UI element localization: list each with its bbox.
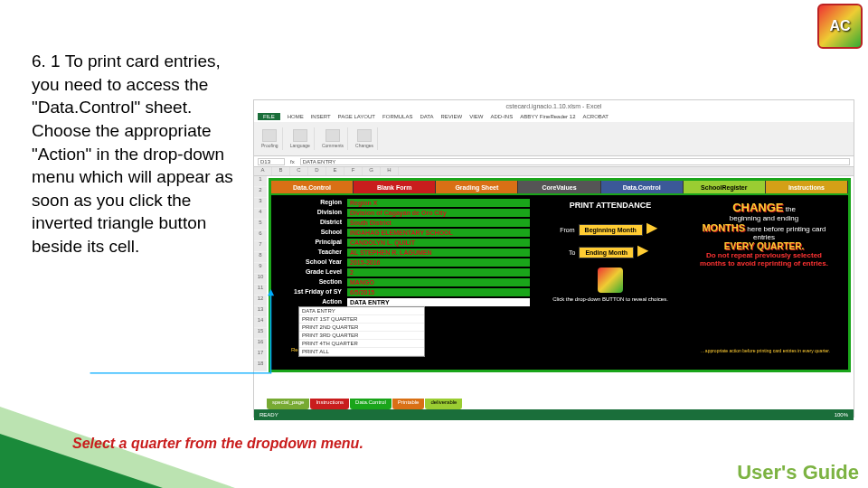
tab-insert[interactable]: INSERT (311, 114, 331, 119)
form-fields: RegionRegion X DivisionDivision of Cagay… (271, 195, 533, 356)
lbl-principal: Principal (275, 239, 347, 247)
workbook-sheet-tabs: special_page Instructions Data.Control P… (267, 399, 462, 409)
lbl-region: Region (275, 199, 347, 207)
sheet-tab-special[interactable]: special_page (267, 399, 309, 409)
sheet-tab-instructions[interactable]: Instructions (310, 399, 349, 409)
lbl-teacher: Teacher (275, 249, 347, 257)
lbl-school: School (275, 229, 347, 237)
callout-txt: the (786, 205, 796, 213)
lbl-to: To (569, 249, 575, 256)
callout-txt: beginning and ending (730, 214, 799, 222)
dd-opt-5[interactable]: PRINT ALL (299, 348, 424, 356)
lbl-division: Division (275, 209, 347, 217)
panel-tab-datacontrol2[interactable]: Data.Control (601, 181, 684, 193)
val-schoolyear[interactable]: 2015-2016 (347, 258, 530, 267)
panel-tab-instructions[interactable]: Instructions (766, 181, 848, 193)
tab-home[interactable]: HOME (288, 114, 304, 119)
quarter-note: …appropriate action before printing card… (701, 348, 830, 353)
name-box[interactable]: D13 (258, 158, 285, 165)
lbl-schoolyear: School Year (275, 258, 347, 267)
tab-pagelayout[interactable]: PAGE LAYOUT (338, 114, 375, 119)
dd-opt-0[interactable]: DATA ENTRY (299, 307, 424, 315)
tab-data[interactable]: DATA (420, 114, 433, 119)
tab-file[interactable]: FILE (258, 113, 280, 120)
end-month-button[interactable]: Ending Month (579, 247, 634, 258)
dd-opt-3[interactable]: PRINT 3RD QUARTER (299, 332, 424, 340)
lbl-district: District (275, 219, 347, 227)
excel-screenshot: cstecard.ignacio.1.10.xlsm - Excel FILE … (253, 99, 854, 418)
panel-tab-corevalues[interactable]: CoreValues (518, 181, 600, 193)
tab-review[interactable]: REVIEW (441, 114, 463, 119)
val-division[interactable]: Division of Cagayan de Oro City (347, 209, 530, 217)
arrow-icon: ▶ (646, 220, 657, 235)
ribbon-tabs: FILE HOME INSERT PAGE LAYOUT FORMULAS DA… (254, 111, 854, 122)
val-region[interactable]: Region X (347, 199, 530, 207)
formula-bar[interactable]: DATA ENTRY (300, 158, 850, 165)
val-grade[interactable]: 2 (347, 268, 530, 277)
app-logo: AC (817, 4, 863, 49)
tab-formulas[interactable]: FORMULAS (382, 114, 412, 119)
val-action[interactable]: DATA ENTRY (347, 298, 530, 306)
sheet-tab-printable[interactable]: Printable (392, 399, 425, 409)
action-dropdown-list[interactable]: DATA ENTRY PRINT 1ST QUARTER PRINT 2ND Q… (298, 306, 425, 357)
sheet-tab-deliverable[interactable]: deliverable (425, 399, 462, 409)
lbl-grade: Grade Level (275, 268, 347, 277)
print-attendance-box: PRINT ATTENDANCE FromBeginning Month▶ To… (533, 195, 687, 356)
callout-txt: here before printing card entries (747, 225, 826, 241)
panel-tab-blankform[interactable]: Blank Form (354, 181, 436, 193)
status-ready: READY (259, 412, 278, 418)
tab-addins[interactable]: ADD-INS (491, 114, 514, 119)
panel-tab-schoolreg[interactable]: SchoolRegister (684, 181, 766, 193)
panel-tabs: Data.Control Blank Form Grading Sheet Co… (271, 181, 848, 195)
callout-warning: Do not repeat previously selected months… (700, 251, 828, 267)
callout-change: CHANGE (732, 201, 783, 214)
formula-row: D13 fx DATA ENTRY (254, 156, 854, 167)
dd-opt-4[interactable]: PRINT 4TH QUARTER (299, 340, 424, 348)
excel-titlebar: cstecard.ignacio.1.10.xlsm - Excel (254, 100, 854, 111)
val-friday[interactable]: 6/5/2015 (347, 288, 530, 296)
panel-tab-grading[interactable]: Grading Sheet (436, 181, 518, 193)
tab-acrobat[interactable]: ACROBAT (582, 114, 609, 119)
callout-every: EVERY QUARTER. (724, 241, 804, 251)
data-control-panel: Data.Control Blank Form Grading Sheet Co… (269, 178, 851, 372)
begin-month-button[interactable]: Beginning Month (579, 224, 643, 236)
dd-opt-2[interactable]: PRINT 2ND QUARTER (299, 324, 424, 332)
change-callout: CHANGE the beginning and ending MONTHS h… (687, 195, 841, 356)
val-section[interactable]: MANGO (347, 278, 530, 286)
mini-logo (598, 267, 623, 293)
tab-abbyy[interactable]: ABBYY FineReader 12 (520, 114, 575, 119)
caption-text: Select a quarter from the dropdown menu. (72, 436, 363, 452)
instruction-text: 6. 1 To print card entries, you need to … (32, 50, 249, 258)
lbl-friday: 1st Friday of SY (275, 288, 347, 296)
column-headers: ABCDEFGH (254, 167, 854, 176)
row-numbers: 123456789101112131415161718 (254, 176, 267, 371)
arrow-icon: ▶ (637, 242, 648, 258)
tab-view[interactable]: VIEW (469, 114, 483, 119)
callout-months: MONTHS (702, 222, 745, 233)
print-title: PRINT ATTENDANCE (537, 201, 684, 210)
val-principal[interactable]: CANDOLYN L. QUILIT (347, 239, 530, 247)
ribbon-body: Proofing Language Comments Changes (254, 122, 854, 156)
excel-statusbar: READY 100% (254, 409, 854, 420)
val-teacher[interactable]: AL STEPHEN R. LAGUMEN (347, 249, 530, 257)
dd-opt-1[interactable]: PRINT 1ST QUARTER (299, 315, 424, 324)
sheet-tab-datacontrol[interactable]: Data.Control (350, 399, 392, 409)
val-district[interactable]: South District (347, 219, 530, 227)
panel-tab-datacontrol[interactable]: Data.Control (271, 181, 354, 193)
sheet-area: ABCDEFGH 123456789101112131415161718 Dat… (254, 167, 854, 409)
lbl-action: Action (275, 298, 347, 306)
lbl-from: From (560, 227, 574, 233)
lbl-section: Section (275, 278, 347, 286)
val-school[interactable]: INDAHAG ELEMENTARY SCHOOL (347, 229, 530, 237)
dropdown-hint: Click the drop-down BUTTON to reveal cho… (537, 296, 684, 302)
footer-title: User's Guide (737, 461, 859, 484)
zoom-indicator[interactable]: 100% (835, 412, 848, 418)
